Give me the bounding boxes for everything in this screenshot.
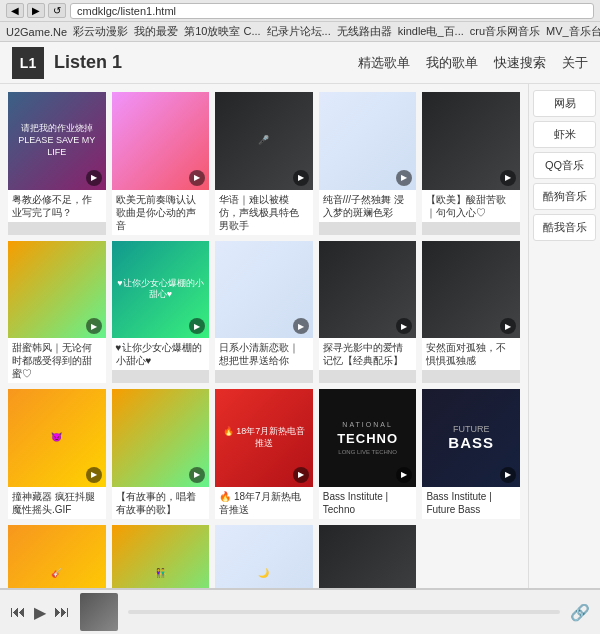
player-controls: ⏮ ▶ ⏭ [10, 603, 70, 622]
progress-bar[interactable] [128, 610, 560, 614]
app-title: Listen 1 [54, 52, 358, 73]
card-title-1: 欧美无前奏嗨认认歌曲是你心动的声音 [112, 190, 210, 235]
card-title-13: Bass Institute | Techno [319, 487, 417, 519]
music-grid: 请把我的作业烧掉 PLEASE SAVE MY LIFE▶粤教必修不足，作业写完… [8, 92, 520, 588]
card-title-6: ♥让你少女心爆棚的小甜心♥ [112, 338, 210, 370]
music-card-5[interactable]: ▶甜蜜韩风｜无论何时都感受得到的甜蜜♡ [8, 241, 106, 384]
music-card-11[interactable]: ▶【有故事的，唱着有故事的歌】 [112, 389, 210, 519]
music-card-13[interactable]: NATIONALTECHNOLONG LIVE TECHNO▶Bass Inst… [319, 389, 417, 519]
nav-search[interactable]: 快速搜索 [494, 54, 546, 72]
nav-my-songs[interactable]: 我的歌单 [426, 54, 478, 72]
play-overlay-icon: ▶ [293, 318, 309, 334]
bookmark-7[interactable]: cru音乐网音乐 [470, 24, 540, 39]
sidebar-source-2[interactable]: QQ音乐 [533, 152, 596, 179]
play-overlay-icon: ▶ [396, 170, 412, 186]
card-title-7: 日系小清新恋歌｜想把世界送给你 [215, 338, 313, 370]
card-title-0: 粤教必修不足，作业写完了吗？ [8, 190, 106, 222]
browser-bar: ◀ ▶ ↺ cmdklgc/listen1.html [0, 0, 600, 22]
play-overlay-icon: ▶ [189, 467, 205, 483]
play-overlay-icon: ▶ [500, 467, 516, 483]
bookmark-0[interactable]: U2Game.Ne [6, 26, 67, 38]
card-title-8: 探寻光影中的爱情记忆【经典配乐】 [319, 338, 417, 370]
music-grid-area: 请把我的作业烧掉 PLEASE SAVE MY LIFE▶粤教必修不足，作业写完… [0, 84, 528, 588]
nav-featured[interactable]: 精选歌单 [358, 54, 410, 72]
bookmark-1[interactable]: 彩云动漫影 [73, 24, 128, 39]
app-header: L1 Listen 1 精选歌单 我的歌单 快速搜索 关于 [0, 42, 600, 84]
play-overlay-icon: ▶ [86, 170, 102, 186]
sidebar-source-1[interactable]: 虾米 [533, 121, 596, 148]
bookmark-6[interactable]: kindle电_百... [398, 24, 464, 39]
music-card-7[interactable]: ▶日系小清新恋歌｜想把世界送给你 [215, 241, 313, 384]
music-card-2[interactable]: 🎤▶华语｜难以被模仿，声线极具特色男歌手 [215, 92, 313, 235]
refresh-button[interactable]: ↺ [48, 3, 66, 18]
play-overlay-icon: ▶ [293, 170, 309, 186]
prev-button[interactable]: ⏮ [10, 603, 26, 621]
player-thumbnail [80, 593, 118, 631]
card-title-5: 甜蜜韩风｜无论何时都感受得到的甜蜜♡ [8, 338, 106, 383]
bookmark-8[interactable]: MV_音乐台 [546, 24, 600, 39]
bookmark-3[interactable]: 第10放映室 C... [184, 24, 260, 39]
card-title-14: Bass Institute | Future Bass [422, 487, 520, 519]
music-card-1[interactable]: ▶欧美无前奏嗨认认歌曲是你心动的声音 [112, 92, 210, 235]
right-sidebar: 网易虾米QQ音乐酷狗音乐酷我音乐 [528, 84, 600, 588]
sidebar-source-3[interactable]: 酷狗音乐 [533, 183, 596, 210]
card-title-10: 撞神藏器 疯狂抖腿魔性摇头.GIF [8, 487, 106, 519]
music-card-9[interactable]: ▶安然面对孤独，不惧惧孤独感 [422, 241, 520, 384]
browser-nav: ◀ ▶ ↺ [6, 3, 66, 18]
card-title-3: 纯音///子然独舞 浸入梦的斑斓色彩 [319, 190, 417, 222]
nav-about[interactable]: 关于 [562, 54, 588, 72]
sidebar-source-0[interactable]: 网易 [533, 90, 596, 117]
bookmark-5[interactable]: 无线路由器 [337, 24, 392, 39]
card-title-12: 🔥 18年7月新热电音推送 [215, 487, 313, 519]
next-button[interactable]: ⏭ [54, 603, 70, 621]
main-content: 请把我的作业烧掉 PLEASE SAVE MY LIFE▶粤教必修不足，作业写完… [0, 84, 600, 588]
play-overlay-icon: ▶ [189, 170, 205, 186]
play-overlay-icon: ▶ [86, 318, 102, 334]
card-title-11: 【有故事的，唱着有故事的歌】 [112, 487, 210, 519]
play-overlay-icon: ▶ [293, 467, 309, 483]
music-card-0[interactable]: 请把我的作业烧掉 PLEASE SAVE MY LIFE▶粤教必修不足，作业写完… [8, 92, 106, 235]
sidebar-source-4[interactable]: 酷我音乐 [533, 214, 596, 241]
music-card-6[interactable]: ♥让你少女心爆棚的小甜心♥▶♥让你少女心爆棚的小甜心♥ [112, 241, 210, 384]
bookmark-4[interactable]: 纪录片论坛... [267, 24, 331, 39]
back-button[interactable]: ◀ [6, 3, 24, 18]
music-card-18[interactable]: ▶ [319, 525, 417, 588]
card-title-9: 安然面对孤独，不惧惧孤独感 [422, 338, 520, 370]
music-card-15[interactable]: 🎸▶ [8, 525, 106, 588]
music-card-4[interactable]: ▶【欧美】酸甜苦歌｜句句入心♡ [422, 92, 520, 235]
music-card-16[interactable]: 👫▶ [112, 525, 210, 588]
music-card-3[interactable]: ▶纯音///子然独舞 浸入梦的斑斓色彩 [319, 92, 417, 235]
music-card-10[interactable]: 👿▶撞神藏器 疯狂抖腿魔性摇头.GIF [8, 389, 106, 519]
card-title-2: 华语｜难以被模仿，声线极具特色男歌手 [215, 190, 313, 235]
play-overlay-icon: ▶ [500, 170, 516, 186]
music-card-17[interactable]: 🌙▶ [215, 525, 313, 588]
bookmarks-bar: U2Game.Ne 彩云动漫影 我的最爱 第10放映室 C... 纪录片论坛..… [0, 22, 600, 42]
app-logo: L1 [12, 47, 44, 79]
music-card-14[interactable]: FUTUREBASS▶Bass Institute | Future Bass [422, 389, 520, 519]
progress-area [128, 610, 560, 614]
link-icon[interactable]: 🔗 [570, 603, 590, 622]
music-card-12[interactable]: 🔥 18年7月新热电音推送▶🔥 18年7月新热电音推送 [215, 389, 313, 519]
url-bar[interactable]: cmdklgc/listen1.html [70, 3, 594, 19]
music-card-8[interactable]: ▶探寻光影中的爱情记忆【经典配乐】 [319, 241, 417, 384]
bookmark-2[interactable]: 我的最爱 [134, 24, 178, 39]
player-bar: ⏮ ▶ ⏭ 🔗 [0, 588, 600, 634]
forward-button[interactable]: ▶ [27, 3, 45, 18]
play-overlay-icon: ▶ [86, 467, 102, 483]
app-nav: 精选歌单 我的歌单 快速搜索 关于 [358, 54, 588, 72]
card-title-4: 【欧美】酸甜苦歌｜句句入心♡ [422, 190, 520, 222]
play-button[interactable]: ▶ [34, 603, 46, 622]
